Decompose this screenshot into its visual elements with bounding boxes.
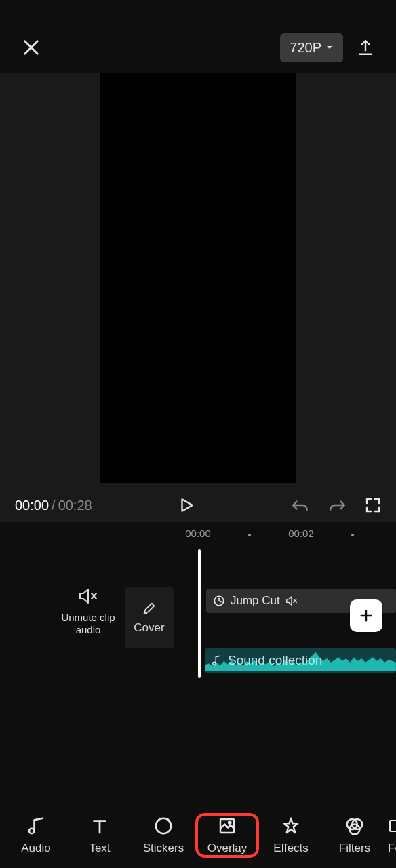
close-button[interactable] [22,38,41,57]
add-clip-button[interactable] [350,599,382,632]
chevron-down-icon [325,43,334,52]
tool-label: Filters [339,842,370,855]
cover-button[interactable]: Cover [125,587,174,648]
music-note-icon [26,816,46,836]
resolution-dropdown[interactable]: 720P [280,33,343,62]
bottom-toolbar: Audio Text Stickers Overlay Effects Filt… [0,803,396,868]
tool-overlay[interactable]: Overlay [195,813,259,858]
effects-icon [281,816,301,836]
tool-label: Overlay [207,842,248,855]
pencil-icon [142,601,157,616]
ruler-tick: 00:02 [288,528,314,539]
clip-muted-icon [285,595,298,606]
text-icon [90,816,110,836]
video-preview[interactable] [100,73,296,483]
tool-text[interactable]: Text [68,816,132,855]
format-icon [387,816,396,836]
tool-audio[interactable]: Audio [4,816,68,855]
playback-bar: 00:00/00:28 [0,488,396,522]
plus-icon [359,608,374,623]
top-bar: 720P [0,33,396,62]
ruler-dot [351,534,354,536]
resolution-value: 720P [290,40,321,56]
tool-label: Fo [387,842,396,855]
tool-effects[interactable]: Effects [259,816,323,855]
tool-label: Stickers [143,842,184,855]
unmute-label: Unmute clipaudio [54,612,122,636]
tool-format[interactable]: Fo [387,816,396,855]
sticker-icon [153,816,174,836]
timeline[interactable]: Unmute clipaudio Cover Jump Cut Sound co… [0,549,396,712]
current-time: 00:00 [15,498,49,513]
ruler-dot [248,534,251,536]
undo-button[interactable] [292,498,309,513]
export-button[interactable] [357,39,374,56]
tool-stickers[interactable]: Stickers [132,816,195,855]
audio-track-label: Sound collection [228,653,322,668]
music-note-icon [210,654,222,667]
tool-label: Audio [21,842,50,855]
fullscreen-button[interactable] [365,497,381,513]
overlay-icon [217,816,237,836]
jumpcut-icon [213,595,225,607]
cover-label: Cover [134,621,164,635]
play-button[interactable] [183,496,201,514]
unmute-clip-audio-button[interactable]: Unmute clipaudio [54,587,122,636]
preview-area [0,73,396,522]
tool-label: Effects [273,842,309,855]
svg-rect-17 [390,821,396,831]
time-display: 00:00/00:28 [15,498,92,513]
speaker-muted-icon [78,587,98,605]
playhead[interactable] [198,549,201,678]
redo-button[interactable] [328,498,346,513]
filters-icon [344,816,365,836]
timeline-ruler[interactable]: 00:00 00:02 [0,528,396,544]
ruler-tick: 00:00 [185,528,211,539]
tool-label: Text [89,842,110,855]
clip-effect-label: Jump Cut [231,594,280,608]
tool-filters[interactable]: Filters [323,816,387,855]
total-duration: 00:28 [58,498,92,513]
svg-point-13 [229,821,231,823]
audio-track[interactable]: Sound collection [205,648,396,673]
